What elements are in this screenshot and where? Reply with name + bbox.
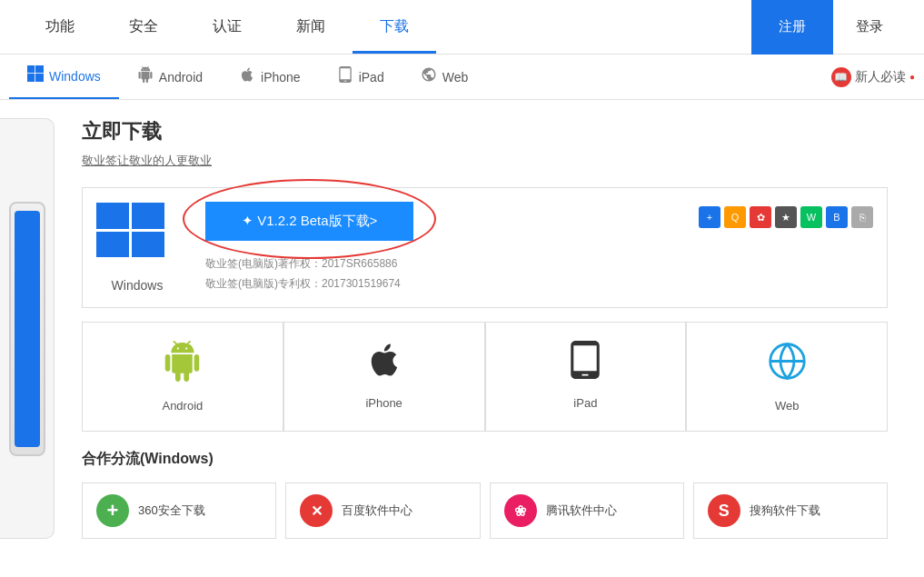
- share-icon-copy[interactable]: ⎘: [851, 206, 873, 228]
- card-ipad-label: iPad: [573, 396, 597, 410]
- apple-icon: [239, 66, 255, 87]
- ipad-icon: [337, 66, 353, 87]
- login-button[interactable]: 登录: [833, 0, 906, 55]
- share-icon-qq[interactable]: Q: [724, 206, 746, 228]
- nav-right-actions: 注册 登录: [751, 0, 906, 55]
- phone-frame: [9, 202, 45, 456]
- download-section: 立即下载 敬业签让敬业的人更敬业 Windows ✦ V1.2: [55, 118, 924, 539]
- share-icons: + Q ✿ ★ W B ⎘: [699, 206, 873, 228]
- partner-icon-tencent: ❀: [504, 494, 537, 527]
- nav-item-download[interactable]: 下载: [353, 0, 436, 54]
- windows-download-area: ✦ V1.2.2 Beta版下载> 敬业签(电脑版)著作权：2017SR6658…: [205, 202, 671, 293]
- new-badge: ●: [909, 72, 915, 82]
- book-icon: 📖: [831, 67, 851, 87]
- platform-tab-bar: Windows Android iPhone iPad Web 📖 新人必读 ●: [0, 55, 924, 100]
- card-android-label: Android: [162, 399, 203, 413]
- android-card-icon: [162, 341, 203, 390]
- web-card-icon: [767, 341, 808, 390]
- partner-icon-360: +: [96, 494, 129, 527]
- card-android[interactable]: Android: [82, 322, 283, 432]
- top-navigation: 功能 安全 认证 新闻 下载 注册 登录: [0, 0, 924, 55]
- tab-ipad[interactable]: iPad: [319, 55, 402, 99]
- tab-web[interactable]: Web: [402, 55, 487, 99]
- windows-logo: [96, 203, 178, 271]
- phone-mockup: [0, 118, 55, 539]
- tab-windows[interactable]: Windows: [9, 55, 119, 99]
- partner-label-sogou: 搜狗软件下载: [750, 502, 820, 519]
- download-btn-wrapper: ✦ V1.2.2 Beta版下载>: [205, 202, 413, 241]
- card-iphone-label: iPhone: [365, 396, 402, 410]
- partner-cards: + 360安全下载 ✕ 百度软件中心 ❀ 腾讯软件中心 S 搜狗软件下载: [82, 482, 888, 539]
- share-icon-wechat[interactable]: W: [800, 206, 822, 228]
- partner-label-tencent: 腾讯软件中心: [546, 502, 617, 519]
- copyright-text: 敬业签(电脑版)著作权：2017SR665886 敬业签(电脑版)专利权：201…: [205, 254, 671, 293]
- download-title: 立即下载: [82, 118, 888, 145]
- svg-rect-1: [35, 65, 44, 73]
- windows-icon-area: Windows: [96, 203, 178, 293]
- partner-title: 合作分流(Windows): [82, 450, 888, 469]
- svg-rect-0: [27, 65, 35, 73]
- card-ipad[interactable]: iPad: [485, 322, 687, 432]
- main-content: 立即下载 敬业签让敬业的人更敬业 Windows ✦ V1.2: [0, 100, 924, 557]
- download-button[interactable]: ✦ V1.2.2 Beta版下载>: [205, 202, 413, 241]
- partner-card-tencent[interactable]: ❀ 腾讯软件中心: [490, 482, 684, 539]
- nav-item-news[interactable]: 新闻: [269, 0, 353, 54]
- partner-card-baidu[interactable]: ✕ 百度软件中心: [285, 482, 480, 539]
- tab-iphone[interactable]: iPhone: [221, 55, 319, 99]
- platform-cards: Android iPhone iPad Web: [82, 322, 888, 432]
- tab-new-user[interactable]: 📖 新人必读 ●: [831, 67, 915, 87]
- windows-label: Windows: [112, 278, 164, 293]
- iphone-card-icon: [365, 341, 403, 387]
- card-web-label: Web: [775, 399, 800, 413]
- nav-item-security[interactable]: 安全: [102, 0, 185, 54]
- download-subtitle: 敬业签让敬业的人更敬业: [82, 153, 888, 169]
- svg-rect-3: [35, 74, 44, 82]
- share-icon-weibo[interactable]: ✿: [750, 206, 771, 228]
- android-icon: [137, 66, 154, 87]
- windows-card: Windows ✦ V1.2.2 Beta版下载> 敬业签(电脑版)著作权：20…: [82, 187, 888, 308]
- svg-rect-2: [27, 74, 35, 82]
- partner-card-sogou[interactable]: S 搜狗软件下载: [693, 482, 888, 539]
- register-button[interactable]: 注册: [751, 0, 833, 55]
- partner-icon-sogou: S: [708, 494, 740, 527]
- nav-menu: 功能 安全 认证 新闻 下载: [18, 0, 751, 54]
- card-web[interactable]: Web: [686, 322, 888, 432]
- share-icon-baidu[interactable]: B: [826, 206, 848, 228]
- web-icon: [421, 66, 437, 87]
- card-iphone[interactable]: iPhone: [283, 322, 485, 432]
- tab-android[interactable]: Android: [119, 55, 221, 99]
- partner-label-360: 360安全下载: [138, 502, 205, 519]
- partner-section: 合作分流(Windows) + 360安全下载 ✕ 百度软件中心 ❀ 腾讯软件中…: [82, 450, 888, 539]
- share-icon-add[interactable]: +: [699, 206, 720, 228]
- partner-icon-baidu: ✕: [300, 494, 333, 527]
- nav-item-features[interactable]: 功能: [18, 0, 102, 54]
- windows-icon: [27, 65, 44, 86]
- nav-item-auth[interactable]: 认证: [185, 0, 269, 54]
- ipad-card-icon: [566, 341, 604, 387]
- phone-screen: [15, 211, 40, 447]
- partner-card-360[interactable]: + 360安全下载: [82, 482, 276, 539]
- share-icon-star[interactable]: ★: [775, 206, 797, 228]
- partner-label-baidu: 百度软件中心: [342, 502, 412, 519]
